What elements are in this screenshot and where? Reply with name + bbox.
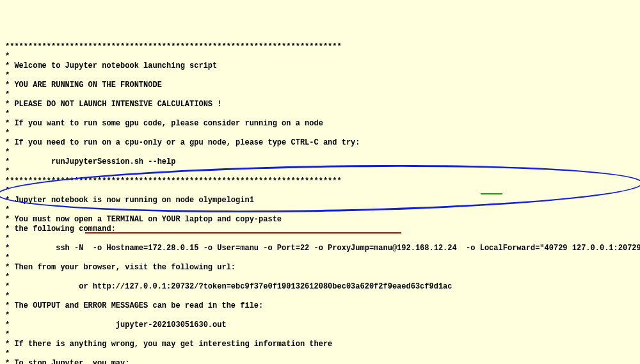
terminal-line: * or http://127.0.0.1:20732/?token=ebc9f… — [5, 282, 635, 292]
terminal-line: * — [5, 109, 635, 119]
terminal-line: * the following command: — [5, 225, 635, 234]
terminal-line: * — [5, 311, 635, 320]
terminal-line: * Jupyter notebook is now running on nod… — [5, 196, 635, 205]
terminal-line: ****************************************… — [5, 177, 635, 186]
terminal-output: ****************************************… — [5, 42, 635, 364]
terminal-line: * — [5, 186, 635, 196]
terminal-line: * — [5, 52, 635, 61]
terminal-line: * — [5, 234, 635, 244]
terminal-line: * — [5, 148, 635, 157]
terminal-line: * To stop Jupyter, you may: — [5, 359, 635, 364]
terminal-line: * runJupyterSession.sh --help — [5, 157, 635, 167]
terminal-line: * — [5, 253, 635, 263]
terminal-line: * The OUTPUT and ERROR MESSAGES can be r… — [5, 301, 635, 311]
terminal-line: * — [5, 349, 635, 359]
terminal-line: * — [5, 71, 635, 81]
terminal-line: * — [5, 330, 635, 340]
terminal-line: * Then from your browser, visit the foll… — [5, 263, 635, 273]
terminal-line: * — [5, 292, 635, 301]
terminal-line: * jupyter-202103051630.out — [5, 320, 635, 330]
terminal-line: * — [5, 167, 635, 177]
terminal-line: * — [5, 273, 635, 282]
terminal-line: * If you want to run some gpu code, plea… — [5, 119, 635, 129]
terminal-line: * — [5, 205, 635, 215]
terminal-line: * — [5, 90, 635, 100]
terminal-line: * PLEASE DO NOT LAUNCH INTENSIVE CALCULA… — [5, 100, 635, 109]
terminal-line: * ssh -N -o Hostname=172.28.0.15 -o User… — [5, 244, 635, 253]
terminal-line: * Welcome to Jupyter notebook launching … — [5, 61, 635, 71]
terminal-line: ****************************************… — [5, 42, 635, 52]
terminal-line: * If there is anything wrong, you may ge… — [5, 340, 635, 349]
terminal-line: * If you need to run on a cpu-only or a … — [5, 138, 635, 148]
terminal-line: * You must now open a TERMINAL on YOUR l… — [5, 215, 635, 225]
terminal-line: * — [5, 129, 635, 138]
terminal-line: * YOU ARE RUNNING ON THE FRONTNODE — [5, 81, 635, 90]
